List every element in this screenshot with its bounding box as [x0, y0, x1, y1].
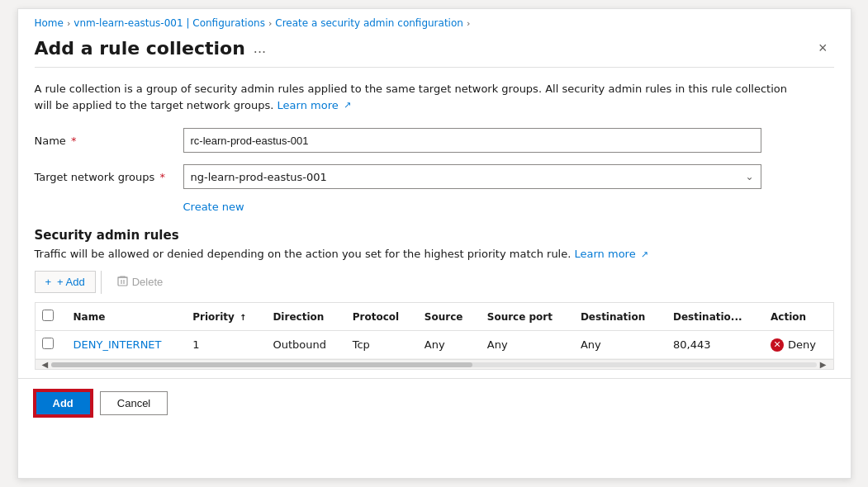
rules-toolbar: + + Add Delete — [35, 270, 834, 294]
name-input[interactable] — [183, 128, 761, 153]
rules-learn-more-link[interactable]: Learn more ↗ — [575, 248, 649, 260]
row-name-cell: DENY_INTERNET — [65, 331, 185, 359]
header-checkbox-col — [36, 303, 65, 331]
col-source-port: Source port — [479, 303, 572, 331]
rules-table: Name Priority ↑ Direction Protocol Sourc… — [36, 303, 833, 359]
row-destination-cell: Any — [572, 331, 665, 359]
target-selected-value: ng-learn-prod-eastus-001 — [191, 171, 327, 183]
add-icon: + — [45, 276, 52, 288]
table-header-row: Name Priority ↑ Direction Protocol Sourc… — [36, 303, 833, 331]
cancel-button[interactable]: Cancel — [100, 391, 168, 415]
name-label: Name — [35, 135, 66, 147]
scroll-track — [51, 362, 817, 367]
panel-footer: Add Cancel — [18, 378, 851, 428]
rule-collection-panel: Home › vnm-learn-eastus-001 | Configurat… — [17, 8, 851, 479]
row-checkbox-cell — [36, 331, 65, 359]
target-label: Target network groups — [35, 171, 155, 183]
toolbar-separator — [101, 271, 102, 294]
col-priority: Priority ↑ — [184, 303, 264, 331]
security-rules-title: Security admin rules — [35, 228, 834, 243]
target-required: * — [159, 171, 165, 183]
chevron-down-icon: ⌄ — [745, 171, 753, 182]
add-rule-button[interactable]: + + Add — [35, 271, 96, 293]
horizontal-scrollbar[interactable]: ◀ ▶ — [36, 359, 833, 369]
rules-external-link-icon: ↗ — [641, 249, 648, 260]
panel-content: A rule collection is a group of security… — [18, 68, 851, 370]
row-direction-cell: Outbound — [264, 331, 344, 359]
scroll-thumb — [51, 362, 472, 367]
description-text: A rule collection is a group of security… — [35, 81, 794, 113]
row-protocol-cell: Tcp — [344, 331, 416, 359]
panel-header: Add a rule collection ... × — [18, 34, 851, 67]
delete-rule-button[interactable]: Delete — [107, 270, 174, 294]
close-button[interactable]: × — [812, 37, 834, 59]
col-destination: Destination — [572, 303, 665, 331]
breadcrumb-home[interactable]: Home — [35, 17, 64, 29]
row-source-port-cell: Any — [479, 331, 572, 359]
deny-badge: ✕ Deny — [771, 338, 825, 352]
breadcrumb: Home › vnm-learn-eastus-001 | Configurat… — [18, 9, 851, 34]
external-link-icon: ↗ — [344, 99, 351, 113]
target-select[interactable]: ng-learn-prod-eastus-001 ⌄ — [183, 164, 761, 189]
table-row: DENY_INTERNET 1 Outbound Tcp Any Any Any… — [36, 331, 833, 359]
scroll-left-arrow[interactable]: ◀ — [39, 360, 52, 369]
row-dest-port-cell: 80,443 — [665, 331, 762, 359]
page-title: Add a rule collection — [35, 38, 245, 59]
target-form-row: Target network groups * ng-learn-prod-ea… — [35, 164, 834, 189]
col-destination-port: Destinatio... — [665, 303, 762, 331]
row-source-cell: Any — [416, 331, 479, 359]
breadcrumb-create[interactable]: Create a security admin configuration — [275, 17, 463, 29]
create-new-row: Create new — [35, 201, 834, 213]
col-action: Action — [762, 303, 833, 331]
add-footer-button[interactable]: Add — [35, 390, 92, 416]
name-required: * — [71, 135, 77, 147]
rules-table-wrap: Name Priority ↑ Direction Protocol Sourc… — [35, 302, 834, 370]
row-checkbox[interactable] — [42, 338, 54, 349]
col-source: Source — [416, 303, 479, 331]
delete-icon — [117, 275, 128, 289]
deny-icon: ✕ — [771, 338, 784, 352]
name-form-row: Name * — [35, 128, 834, 153]
security-rules-desc: Traffic will be allowed or denied depend… — [35, 248, 834, 260]
description-learn-more-link[interactable]: Learn more ↗ — [277, 99, 352, 111]
action-label: Deny — [788, 338, 816, 351]
col-name: Name — [65, 303, 185, 331]
breadcrumb-config[interactable]: vnm-learn-eastus-001 | Configurations — [74, 17, 265, 29]
col-direction: Direction — [264, 303, 344, 331]
select-all-checkbox[interactable] — [42, 310, 54, 321]
create-new-link[interactable]: Create new — [183, 201, 244, 213]
row-action-cell: ✕ Deny — [762, 331, 833, 359]
svg-rect-0 — [118, 277, 127, 286]
scroll-right-arrow[interactable]: ▶ — [817, 360, 830, 369]
panel-ellipsis: ... — [254, 40, 266, 56]
row-priority-cell: 1 — [184, 331, 264, 359]
col-protocol: Protocol — [344, 303, 416, 331]
rule-name-link[interactable]: DENY_INTERNET — [74, 338, 162, 351]
